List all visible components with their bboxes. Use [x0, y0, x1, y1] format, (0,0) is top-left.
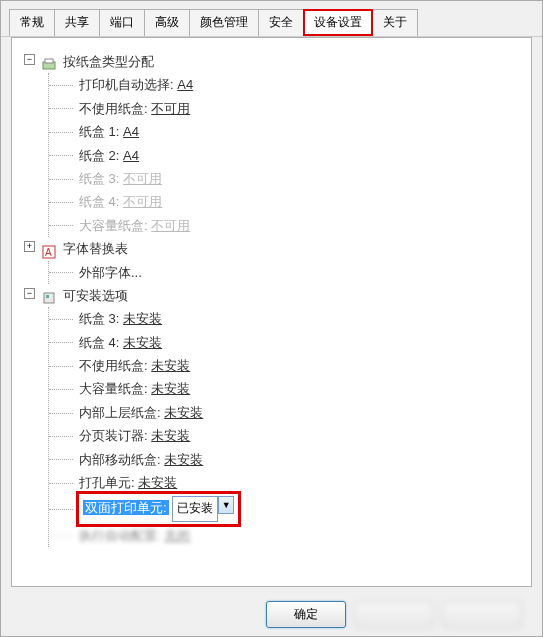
blurred-button[interactable]	[354, 601, 434, 628]
value-link[interactable]: 未安装	[164, 405, 203, 420]
section-children: 纸盒 3: 未安装 纸盒 4: 未安装 不使用纸盒: 未安装 大容量纸盒: 未安…	[48, 307, 519, 547]
tree-item: 打印机自动选择: A4	[49, 73, 519, 96]
tree-item: 纸盒 4: 未安装	[49, 331, 519, 354]
value-link[interactable]: A4	[123, 124, 139, 139]
tab-device-settings[interactable]: 设备设置	[303, 9, 373, 36]
tree-item: 纸盒 3: 未安装	[49, 307, 519, 330]
chevron-down-icon[interactable]: ▼	[218, 496, 234, 514]
tab-general[interactable]: 常规	[9, 9, 55, 36]
blurred-button[interactable]	[442, 601, 522, 628]
section-title: 可安装选项	[63, 288, 128, 303]
tree-item: 大容量纸盒: 未安装	[49, 377, 519, 400]
tray-icon	[42, 56, 56, 70]
tree-item: 大容量纸盒: 不可用	[49, 214, 519, 237]
tree-item: 分页装订器: 未安装	[49, 424, 519, 447]
tree-item: 纸盒 3: 不可用	[49, 167, 519, 190]
tree-panel: − 按纸盒类型分配 打印机自动选择: A4 不使用纸盒: 不可用 纸盒 1: A…	[11, 37, 532, 587]
tab-about[interactable]: 关于	[372, 9, 418, 36]
value-link[interactable]: 未安装	[138, 475, 177, 490]
tab-bar: 常规 共享 端口 高级 颜色管理 安全 设备设置 关于	[1, 1, 542, 37]
tree-section-tray-assignment: − 按纸盒类型分配 打印机自动选择: A4 不使用纸盒: 不可用 纸盒 1: A…	[24, 50, 519, 237]
expand-icon[interactable]: +	[24, 241, 35, 252]
tree-item-duplex-unit: 双面打印单元: 已安装▼	[49, 494, 519, 524]
tree-item: 不使用纸盒: 未安装	[49, 354, 519, 377]
section-children: 外部字体...	[48, 261, 519, 284]
value-link[interactable]: 关闭	[164, 528, 190, 543]
value-link[interactable]: 不可用	[151, 101, 190, 116]
tab-security[interactable]: 安全	[258, 9, 304, 36]
duplex-combo-value[interactable]: 已安装	[172, 496, 218, 522]
tree-item: 纸盒 4: 不可用	[49, 190, 519, 213]
value-link[interactable]: 未安装	[151, 428, 190, 443]
tree-section-installable-options: − 可安装选项 纸盒 3: 未安装 纸盒 4: 未安装 不使用纸盒: 未安装 大…	[24, 284, 519, 548]
svg-rect-5	[46, 295, 49, 298]
value-link: 不可用	[123, 171, 162, 186]
dialog-buttons: 确定	[266, 601, 522, 628]
tab-ports[interactable]: 端口	[99, 9, 145, 36]
value-link[interactable]: 未安装	[151, 381, 190, 396]
collapse-icon[interactable]: −	[24, 54, 35, 65]
section-children: 打印机自动选择: A4 不使用纸盒: 不可用 纸盒 1: A4 纸盒 2: A4…	[48, 73, 519, 237]
font-icon: A	[42, 243, 56, 257]
printer-properties-dialog: 常规 共享 端口 高级 颜色管理 安全 设备设置 关于 − 按纸盒类型分配 打印…	[0, 0, 543, 637]
tree-item: 纸盒 1: A4	[49, 120, 519, 143]
section-title: 字体替换表	[63, 241, 128, 256]
tree-section-font-substitution: + A 字体替换表 外部字体...	[24, 237, 519, 284]
tab-sharing[interactable]: 共享	[54, 9, 100, 36]
settings-tree: − 按纸盒类型分配 打印机自动选择: A4 不使用纸盒: 不可用 纸盒 1: A…	[24, 50, 519, 547]
section-title: 按纸盒类型分配	[63, 54, 154, 69]
tab-advanced[interactable]: 高级	[144, 9, 190, 36]
tree-item[interactable]: 外部字体...	[49, 261, 519, 284]
collapse-icon[interactable]: −	[24, 288, 35, 299]
tree-item: 内部上层纸盒: 未安装	[49, 401, 519, 424]
highlighted-row: 双面打印单元: 已安装▼	[79, 494, 238, 524]
tree-item: 执行自动配置: 关闭	[49, 524, 519, 547]
value-link: 不可用	[123, 194, 162, 209]
tree-item: 打孔单元: 未安装	[49, 471, 519, 494]
value-link[interactable]: 未安装	[151, 358, 190, 373]
options-icon	[42, 289, 56, 303]
selected-label: 双面打印单元:	[83, 500, 169, 515]
value-link: 不可用	[151, 218, 190, 233]
value-link[interactable]: A4	[177, 77, 193, 92]
value-link[interactable]: 未安装	[123, 335, 162, 350]
svg-rect-1	[45, 59, 53, 63]
value-link[interactable]: 未安装	[123, 311, 162, 326]
tree-item: 不使用纸盒: 不可用	[49, 97, 519, 120]
svg-text:A: A	[45, 247, 52, 258]
tree-item: 内部移动纸盒: 未安装	[49, 448, 519, 471]
tree-item: 纸盒 2: A4	[49, 144, 519, 167]
tab-color-management[interactable]: 颜色管理	[189, 9, 259, 36]
ok-button[interactable]: 确定	[266, 601, 346, 628]
value-link[interactable]: A4	[123, 148, 139, 163]
value-link[interactable]: 未安装	[164, 452, 203, 467]
